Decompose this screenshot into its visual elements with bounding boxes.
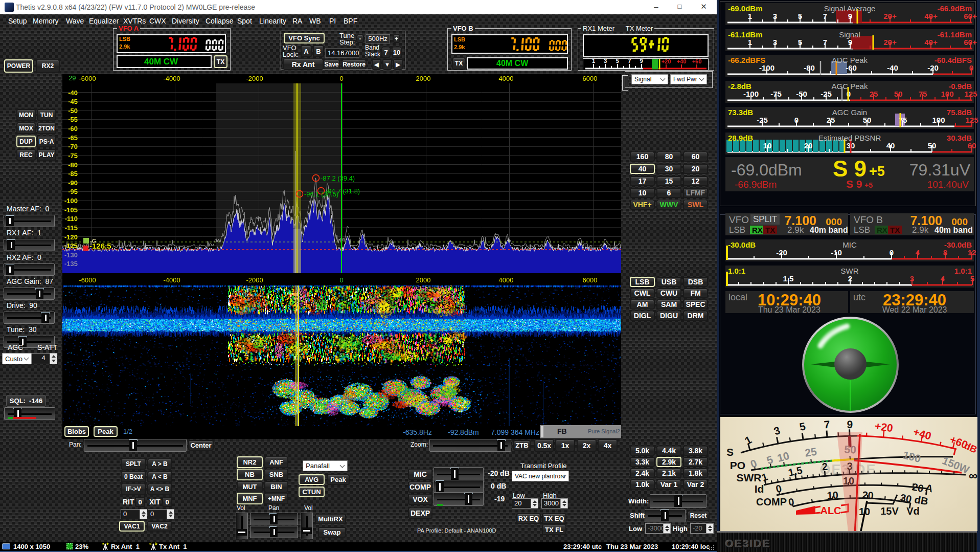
svg-text:0: 0: [969, 63, 973, 72]
svg-text:7: 7: [823, 12, 827, 20]
svg-text:10: 10: [776, 450, 791, 464]
svg-text:9: 9: [848, 38, 852, 47]
svg-text:SWR: SWR: [737, 472, 762, 483]
svg-text:7: 7: [824, 418, 830, 431]
svg-text:+40: +40: [677, 58, 687, 64]
svg-text:-25: -25: [821, 90, 832, 98]
svg-text:20+: 20+: [883, 38, 897, 47]
svg-text:12: 12: [968, 248, 976, 257]
svg-text:100: 100: [902, 449, 922, 465]
svg-text:+40: +40: [912, 426, 933, 442]
svg-text:4: 4: [941, 274, 945, 283]
svg-text:-100: -100: [759, 63, 774, 72]
svg-text:+20: +20: [874, 420, 894, 434]
svg-text:5: 5: [798, 12, 802, 20]
svg-text:3: 3: [910, 274, 914, 283]
svg-text:25: 25: [870, 90, 878, 98]
svg-text:-40: -40: [887, 63, 898, 72]
svg-text:75: 75: [919, 90, 927, 98]
svg-text:9: 9: [847, 418, 853, 430]
svg-text:9: 9: [640, 58, 643, 64]
svg-text:5: 5: [765, 453, 775, 467]
svg-text:-75: -75: [770, 90, 782, 98]
svg-text:-25: -25: [757, 116, 768, 124]
svg-text:ALC: ALC: [820, 505, 841, 516]
svg-text:2: 2: [848, 274, 852, 283]
svg-text:7: 7: [628, 58, 631, 64]
svg-text:25: 25: [827, 116, 835, 124]
svg-text:125: 125: [965, 116, 978, 124]
svg-text:1: 1: [748, 12, 752, 20]
svg-text:25: 25: [804, 446, 818, 459]
svg-text:20: 20: [862, 489, 874, 501]
svg-text:-50: -50: [796, 90, 807, 98]
svg-text:Vd: Vd: [906, 505, 920, 517]
svg-text:PO: PO: [730, 459, 745, 471]
svg-text:50: 50: [863, 116, 872, 124]
svg-text:60+: 60+: [964, 12, 977, 20]
svg-text:20+: 20+: [883, 12, 897, 20]
svg-text:+60: +60: [692, 58, 702, 64]
svg-text:20: 20: [911, 481, 924, 494]
svg-text:60+: 60+: [964, 38, 977, 47]
svg-text:-60: -60: [846, 63, 857, 72]
svg-text:-20: -20: [776, 248, 787, 257]
svg-text:40+: 40+: [924, 12, 938, 20]
svg-text:0: 0: [748, 457, 758, 470]
svg-text:4: 4: [916, 248, 920, 257]
svg-text:S: S: [726, 446, 734, 458]
svg-text:9: 9: [848, 12, 852, 20]
svg-text:15V: 15V: [880, 505, 899, 517]
svg-text:10: 10: [827, 489, 838, 501]
svg-text:0: 0: [787, 496, 795, 508]
svg-text:5: 5: [616, 58, 619, 64]
svg-text:125: 125: [964, 90, 977, 98]
svg-text:-80: -80: [804, 63, 815, 72]
svg-text:+20: +20: [662, 58, 671, 64]
svg-text:50: 50: [928, 141, 937, 150]
svg-text:40: 40: [886, 141, 895, 150]
svg-text:5: 5: [970, 274, 974, 283]
svg-text:COMP: COMP: [756, 496, 787, 507]
svg-text:1: 1: [743, 433, 754, 447]
svg-text:0: 0: [890, 248, 894, 257]
svg-text:0: 0: [794, 116, 799, 124]
svg-text:1.5: 1.5: [783, 274, 794, 283]
svg-text:3: 3: [772, 424, 782, 437]
svg-text:3: 3: [773, 38, 777, 47]
svg-text:40+: 40+: [924, 38, 938, 47]
svg-text:100: 100: [932, 116, 945, 124]
svg-text:3: 3: [604, 58, 607, 64]
svg-text:5: 5: [798, 38, 802, 47]
svg-text:20: 20: [804, 141, 813, 150]
svg-text:A: A: [924, 482, 934, 495]
svg-text:7: 7: [823, 38, 827, 47]
svg-text:∞: ∞: [969, 469, 977, 482]
svg-text:1: 1: [592, 58, 595, 64]
svg-text:0: 0: [774, 482, 783, 495]
svg-text:50: 50: [894, 90, 903, 98]
svg-text:-10: -10: [831, 248, 842, 257]
svg-text:5: 5: [799, 420, 807, 433]
svg-text:Id: Id: [755, 483, 764, 495]
svg-text:30: 30: [899, 492, 913, 505]
svg-text:-100: -100: [743, 90, 759, 98]
svg-text:1: 1: [748, 38, 752, 47]
svg-text:10: 10: [763, 141, 772, 150]
svg-text:-20: -20: [927, 63, 939, 72]
svg-text:60: 60: [968, 141, 976, 150]
svg-text:8: 8: [943, 248, 947, 257]
svg-text:3: 3: [773, 12, 777, 20]
svg-text:100: 100: [941, 90, 953, 98]
svg-text:1.5: 1.5: [787, 465, 804, 478]
